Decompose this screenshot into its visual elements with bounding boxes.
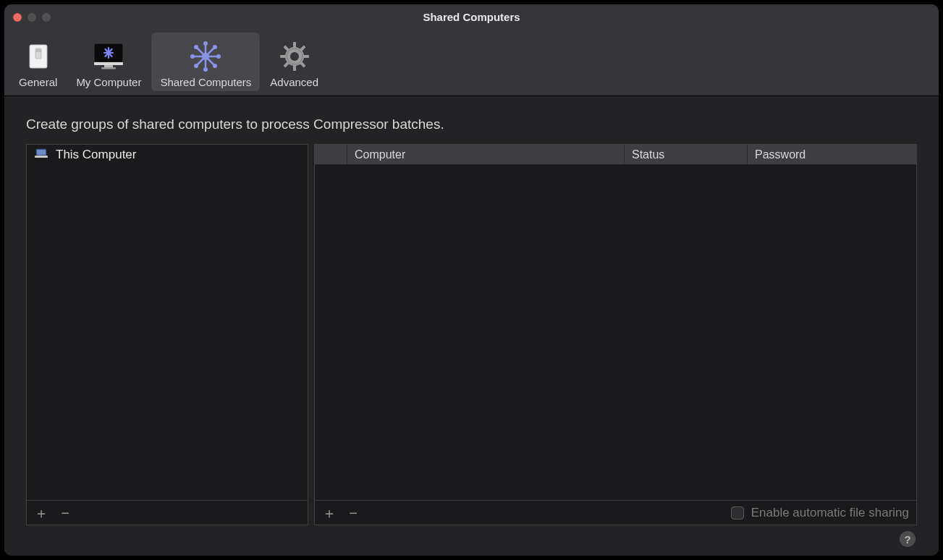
svg-point-19 (213, 45, 217, 49)
svg-rect-34 (35, 156, 48, 158)
column-status[interactable]: Status (624, 145, 747, 164)
traffic-lights (13, 13, 51, 22)
groups-footer: ＋ − (27, 500, 308, 525)
svg-point-20 (194, 64, 198, 68)
window-title: Shared Computers (4, 11, 939, 23)
svg-point-18 (213, 64, 217, 68)
svg-point-14 (203, 67, 208, 72)
monitor-icon (90, 38, 127, 75)
group-item[interactable]: This Computer (27, 145, 308, 165)
remove-group-button[interactable]: − (59, 506, 72, 520)
tab-shared-computers[interactable]: Shared Computers (151, 33, 260, 91)
svg-rect-23 (293, 65, 296, 71)
svg-point-13 (203, 41, 208, 46)
table-header: Computer Status Password (315, 145, 916, 165)
close-window-button[interactable] (13, 13, 22, 22)
svg-rect-2 (35, 49, 41, 52)
titlebar: Shared Computers (4, 4, 939, 30)
svg-point-15 (190, 54, 195, 59)
computers-panel: Computer Status Password ＋ − Enable auto… (314, 144, 917, 525)
tab-my-computer[interactable]: My Computer (67, 33, 150, 91)
zoom-window-button[interactable] (42, 13, 51, 22)
enable-sharing-label: Enable automatic file sharing (751, 506, 909, 520)
gear-icon (279, 38, 310, 75)
tab-label: Advanced (270, 76, 318, 88)
remove-computer-button[interactable]: − (347, 506, 360, 520)
column-checkbox[interactable] (315, 145, 347, 164)
preferences-toolbar: General My Computer (4, 30, 939, 96)
enable-sharing-checkbox[interactable] (731, 506, 744, 519)
panels: This Computer ＋ − Computer Status Passwo… (26, 144, 917, 525)
svg-rect-24 (280, 55, 286, 58)
svg-point-16 (216, 54, 221, 59)
tab-general[interactable]: General (10, 33, 66, 91)
svg-rect-6 (104, 65, 113, 67)
tab-advanced[interactable]: Advanced (261, 33, 327, 91)
svg-point-30 (290, 52, 299, 61)
computers-footer: ＋ − Enable automatic file sharing (315, 500, 916, 525)
tab-label: Shared Computers (160, 76, 251, 88)
svg-rect-7 (101, 67, 116, 69)
groups-panel: This Computer ＋ − (26, 144, 308, 525)
svg-rect-22 (293, 42, 296, 48)
add-group-button[interactable]: ＋ (34, 506, 47, 520)
network-icon (190, 38, 221, 75)
tab-label: My Computer (76, 76, 141, 88)
enable-sharing-row: Enable automatic file sharing (731, 506, 909, 520)
svg-rect-33 (37, 150, 46, 155)
svg-rect-25 (303, 55, 309, 58)
svg-point-17 (194, 45, 198, 49)
column-password[interactable]: Password (747, 145, 916, 164)
slider-icon (25, 38, 52, 75)
svg-rect-5 (94, 62, 123, 65)
help-row: ? (26, 525, 917, 547)
column-computer[interactable]: Computer (347, 145, 624, 164)
groups-list[interactable]: This Computer (27, 145, 308, 500)
laptop-icon (34, 148, 48, 162)
content-area: Create groups of shared computers to pro… (4, 96, 939, 556)
svg-point-12 (202, 53, 209, 60)
svg-point-4 (107, 51, 111, 54)
preferences-window: Shared Computers General (4, 4, 939, 556)
help-button[interactable]: ? (900, 531, 915, 547)
minimize-window-button[interactable] (28, 13, 36, 22)
description-text: Create groups of shared computers to pro… (26, 116, 917, 132)
computers-table-body[interactable] (315, 165, 916, 500)
tab-label: General (19, 76, 57, 88)
add-computer-button[interactable]: ＋ (322, 506, 335, 520)
group-name: This Computer (56, 148, 136, 162)
